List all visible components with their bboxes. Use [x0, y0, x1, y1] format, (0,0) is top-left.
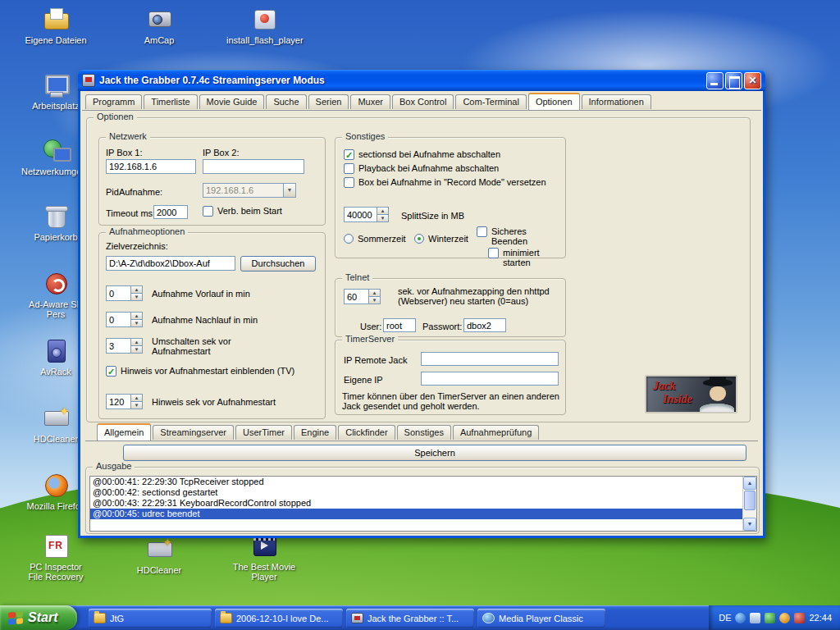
- verb-beim-start-checkbox[interactable]: [203, 206, 213, 217]
- tray-volume-icon[interactable]: [779, 613, 790, 623]
- log-output-list[interactable]: @00:00:41: 22:29:30 TcpReceiver stopped …: [89, 476, 757, 532]
- desktop-icon-amcap[interactable]: AmCap: [125, 5, 194, 45]
- sicheres-beenden-checkbox[interactable]: [477, 226, 487, 237]
- maximize-button[interactable]: [725, 72, 742, 89]
- telnet-sek-spinner[interactable]: [344, 289, 381, 304]
- telnet-sek-input[interactable]: [344, 289, 368, 304]
- sommerzeit-radio[interactable]: [344, 234, 354, 244]
- spin-down-icon[interactable]: [368, 297, 381, 304]
- taskbar-task-jtg[interactable]: JtG: [89, 609, 212, 628]
- log-line[interactable]: @00:00:43: 22:29:31 KeyboardRecordContro…: [90, 498, 756, 509]
- playback-row[interactable]: Playback bei Aufnahme abschalten: [344, 163, 499, 174]
- speichern-button[interactable]: Speichern: [123, 445, 746, 461]
- subtab-allgemein[interactable]: Allgemein: [97, 423, 151, 441]
- hinweis-sek-spinner[interactable]: [106, 394, 143, 409]
- log-line[interactable]: @00:00:42: sectionsd gestartet: [90, 487, 756, 498]
- tab-informationen[interactable]: Informationen: [582, 94, 651, 109]
- subtab-aufnahmepruefung[interactable]: Aufnahmeprüfung: [453, 425, 539, 440]
- spin-down-icon[interactable]: [130, 320, 143, 327]
- subtab-usertimer[interactable]: UserTimer: [235, 425, 292, 440]
- vorlauf-spinner[interactable]: [106, 285, 143, 301]
- subtab-sonstiges[interactable]: Sonstiges: [397, 425, 451, 440]
- minimize-button[interactable]: [706, 72, 724, 89]
- taskbar-clock[interactable]: 22:44: [809, 613, 832, 623]
- tray-display-icon[interactable]: [750, 613, 760, 623]
- sectionsd-checkbox[interactable]: [344, 149, 354, 160]
- subtab-streamingserver[interactable]: Streamingserver: [153, 425, 234, 440]
- splitsize-input[interactable]: [344, 207, 377, 222]
- tab-movie-guide[interactable]: Movie Guide: [199, 94, 265, 109]
- hinweis-checkbox[interactable]: [106, 366, 116, 377]
- spin-up-icon[interactable]: [130, 312, 143, 320]
- splitsize-spinner[interactable]: [344, 207, 389, 222]
- desktop-icon-eigene-dateien[interactable]: Eigene Dateien: [21, 5, 90, 45]
- spin-down-icon[interactable]: [377, 215, 389, 222]
- combo-dropdown-icon[interactable]: [283, 184, 295, 197]
- close-button[interactable]: [744, 72, 761, 89]
- tab-serien[interactable]: Serien: [308, 94, 349, 109]
- desktop-icon-install-flash-player[interactable]: install_flash_player: [226, 5, 302, 45]
- nachlauf-spinner[interactable]: [106, 312, 143, 327]
- tray-status-icon[interactable]: [794, 613, 805, 623]
- taskbar-task-media-player-classic[interactable]: Media Player Classic: [477, 609, 605, 628]
- timeout-input[interactable]: [153, 205, 188, 219]
- scroll-down-icon[interactable]: [743, 518, 756, 531]
- spin-down-icon[interactable]: [130, 402, 143, 409]
- log-line[interactable]: @00:00:41: 22:29:30 TcpReceiver stopped: [90, 477, 756, 487]
- spin-up-icon[interactable]: [368, 289, 381, 297]
- umschalten-input[interactable]: [106, 338, 130, 354]
- start-button[interactable]: Start: [0, 605, 77, 630]
- spin-up-icon[interactable]: [130, 394, 143, 402]
- vorlauf-input[interactable]: [106, 285, 130, 301]
- desktop-icon-hdcleaner-2[interactable]: HDCleaner: [125, 535, 194, 575]
- tab-suche[interactable]: Suche: [266, 94, 306, 109]
- scroll-up-icon[interactable]: [743, 477, 756, 490]
- taskbar-task-2006-folder[interactable]: 2006-12-10-I love De...: [215, 609, 343, 628]
- ip-box1-input[interactable]: [106, 159, 196, 174]
- log-scrollbar[interactable]: [742, 477, 756, 531]
- sommerzeit-row[interactable]: Sommerzeit: [344, 234, 406, 244]
- eigene-ip-input[interactable]: [421, 372, 559, 386]
- sicheres-beenden-row[interactable]: Sicheres Beenden: [477, 226, 559, 246]
- desktop-icon-pc-inspector[interactable]: FR PC Inspector File Recovery: [21, 532, 90, 582]
- verb-beim-start-row[interactable]: Verb. beim Start: [203, 206, 282, 217]
- taskbar-task-jack-grabber[interactable]: Jack the Grabber :: T...: [346, 609, 474, 628]
- record-mode-row[interactable]: Box bei Aufnahme in "Record Mode" verset…: [344, 177, 546, 188]
- tab-com-terminal[interactable]: Com-Terminal: [455, 94, 526, 109]
- nachlauf-input[interactable]: [106, 312, 130, 327]
- tab-timerliste[interactable]: Timerliste: [144, 94, 197, 109]
- language-indicator[interactable]: DE: [719, 613, 731, 623]
- tray-network-icon[interactable]: [735, 613, 746, 623]
- playback-checkbox[interactable]: [344, 163, 354, 174]
- zielverzeichnis-input[interactable]: [106, 256, 235, 271]
- hinweis-sek-input[interactable]: [106, 394, 130, 409]
- sectionsd-row[interactable]: sectionsd bei Aufnahme abschalten: [344, 149, 500, 160]
- passwort-input[interactable]: [463, 318, 506, 332]
- pid-aufnahme-combo[interactable]: 192.168.1.6: [203, 183, 296, 198]
- subtab-clickfinder[interactable]: Clickfinder: [338, 425, 395, 440]
- winterzeit-radio[interactable]: [414, 234, 424, 244]
- spin-down-icon[interactable]: [130, 294, 143, 301]
- user-input[interactable]: [383, 318, 416, 332]
- ip-remote-input[interactable]: [421, 352, 559, 366]
- desktop-icon-best-movie-player[interactable]: The Best Movie Player: [226, 532, 302, 582]
- spin-down-icon[interactable]: [130, 346, 143, 354]
- window-titlebar[interactable]: Jack the Grabber 0.7.4c Streamingserver …: [78, 70, 765, 91]
- record-mode-checkbox[interactable]: [344, 177, 354, 188]
- umschalten-spinner[interactable]: [106, 338, 143, 354]
- minimiert-row[interactable]: minimiert starten: [488, 248, 565, 267]
- tray-shield-icon[interactable]: [765, 613, 775, 623]
- tab-muxer[interactable]: Muxer: [350, 94, 390, 109]
- spin-up-icon[interactable]: [377, 207, 389, 215]
- spin-up-icon[interactable]: [130, 338, 143, 346]
- tab-optionen[interactable]: Optionen: [528, 93, 580, 110]
- scroll-thumb[interactable]: [744, 491, 756, 510]
- winterzeit-row[interactable]: Winterzeit: [414, 234, 468, 244]
- log-line-selected[interactable]: @00:00:45: udrec beendet: [90, 509, 756, 519]
- spin-up-icon[interactable]: [130, 285, 143, 294]
- hinweis-row[interactable]: Hinweis vor Aufnahmestart einblenden (TV…: [106, 366, 313, 377]
- tab-box-control[interactable]: Box Control: [392, 94, 454, 109]
- subtab-engine[interactable]: Engine: [294, 425, 336, 440]
- minimiert-checkbox[interactable]: [488, 248, 499, 258]
- ip-box2-input[interactable]: [203, 159, 304, 174]
